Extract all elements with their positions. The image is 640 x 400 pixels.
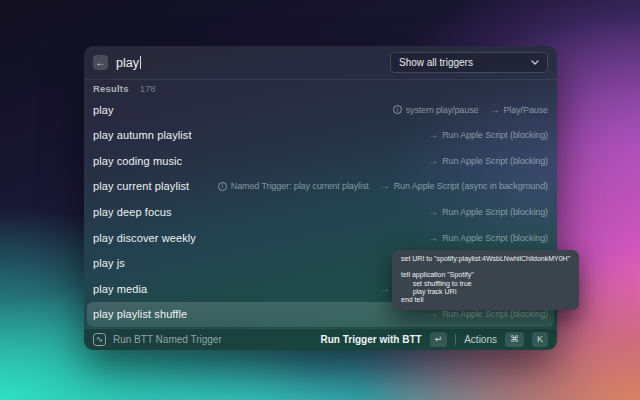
trigger-name: play js: [93, 257, 125, 269]
trigger-action: → Run Apple Script (async in background): [380, 181, 548, 191]
trigger-filter-dropdown[interactable]: Show all triggers: [390, 52, 548, 73]
trigger-action-text: Run Apple Script (blocking): [442, 233, 548, 243]
arrow-right-icon: →: [380, 284, 390, 294]
back-arrow-icon: ←: [96, 58, 106, 68]
run-trigger-button[interactable]: Run Trigger with BTT: [321, 334, 422, 345]
chevron-down-icon: [531, 60, 539, 65]
k-key-badge[interactable]: K: [532, 332, 548, 347]
arrow-right-icon: →: [428, 130, 438, 140]
result-row[interactable]: play discover weekly → Run Apple Script …: [84, 225, 557, 251]
trigger-info: i Named Trigger: play current playlist: [218, 181, 369, 191]
arrow-right-icon: →: [489, 105, 499, 115]
arrow-right-icon: →: [380, 181, 390, 191]
trigger-action: → Run Apple Script (blocking): [428, 130, 548, 140]
cmd-key-badge[interactable]: ⌘: [505, 332, 524, 347]
actions-button[interactable]: Actions: [464, 334, 497, 345]
arrow-right-icon: →: [428, 309, 438, 319]
btt-logo-icon: ∿: [93, 333, 106, 346]
trigger-action: → Run Apple Script (blocking): [428, 309, 548, 319]
trigger-info-text: system play/pause: [406, 105, 479, 115]
trigger-action-text: Play/Pause: [503, 105, 548, 115]
trigger-name: play autumn playlist: [93, 129, 192, 141]
info-icon: i: [218, 182, 227, 191]
trigger-info: i system play/pause: [393, 105, 479, 115]
result-row[interactable]: play deep focus → Run Apple Script (bloc…: [84, 199, 557, 225]
enter-key-badge[interactable]: ↵: [430, 332, 448, 347]
trigger-name: play playlist shuffle: [93, 308, 187, 320]
trigger-action-text: Run Apple Script (blocking): [442, 156, 548, 166]
info-icon: i: [393, 105, 402, 114]
enter-key-icon: ↵: [435, 334, 443, 344]
trigger-action: → Run Apple Script (blocking): [428, 233, 548, 243]
trigger-info-text: Named Trigger: play current playlist: [231, 181, 369, 191]
trigger-name: play: [93, 104, 114, 116]
result-row[interactable]: play coding music → Run Apple Script (bl…: [84, 148, 557, 174]
trigger-action-text: Run Apple Script (blocking): [442, 207, 548, 217]
applescript-preview-tooltip: set URI to "spotify:playlist:4WsbLNwhilC…: [392, 250, 579, 310]
footer-divider: [455, 334, 456, 345]
text-cursor: [140, 56, 142, 69]
results-count: 178: [140, 83, 156, 94]
search-bar: ← play Show all triggers: [84, 46, 557, 80]
cmd-key-icon: ⌘: [510, 334, 519, 344]
trigger-name: play coding music: [93, 155, 182, 167]
trigger-action: → Play/Pause: [489, 105, 548, 115]
trigger-action: → Run Apple Script (blocking): [428, 207, 548, 217]
trigger-action: → Run Apple Script (blocking): [428, 156, 548, 166]
trigger-action-text: Run Apple Script (blocking): [442, 309, 548, 319]
result-row[interactable]: play i system play/pause → Play/Pause: [84, 97, 557, 123]
footer-trigger-type-label: Run BTT Named Trigger: [113, 334, 222, 345]
results-label: Results: [93, 83, 129, 94]
search-query-text: play: [116, 56, 139, 70]
back-button[interactable]: ←: [93, 55, 108, 70]
footer-bar: ∿ Run BTT Named Trigger Run Trigger with…: [84, 328, 557, 350]
results-header: Results 178: [84, 80, 557, 97]
arrow-right-icon: →: [428, 156, 438, 166]
result-row[interactable]: play autumn playlist → Run Apple Script …: [84, 123, 557, 149]
arrow-right-icon: →: [428, 233, 438, 243]
result-row[interactable]: play current playlist i Named Trigger: p…: [84, 174, 557, 200]
trigger-name: play media: [93, 283, 147, 295]
arrow-right-icon: →: [428, 207, 438, 217]
search-input[interactable]: play: [116, 56, 141, 70]
trigger-name: play discover weekly: [93, 232, 196, 244]
footer-actions: Run Trigger with BTT ↵ Actions ⌘ K: [321, 332, 548, 347]
trigger-action-text: Run Apple Script (async in background): [394, 181, 548, 191]
trigger-name: play deep focus: [93, 206, 172, 218]
dropdown-selected-value: Show all triggers: [399, 57, 473, 68]
trigger-action-text: Run Apple Script (blocking): [442, 130, 548, 140]
trigger-name: play current playlist: [93, 180, 189, 192]
